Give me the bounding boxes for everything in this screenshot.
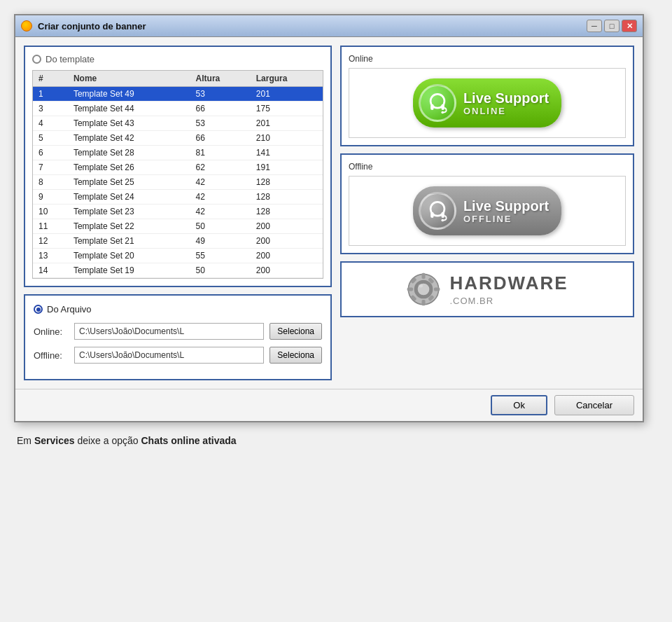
- offline-select-button[interactable]: Seleciona: [270, 347, 322, 364]
- cell-id: 11: [33, 219, 68, 234]
- online-select-button[interactable]: Seleciona: [270, 323, 322, 340]
- online-file-label: Online:: [34, 326, 69, 337]
- cell-width: 128: [251, 175, 323, 190]
- live-support-offline-button[interactable]: Live Support OFFLINE: [413, 186, 561, 235]
- window-title: Criar conjunto de banner: [38, 21, 581, 32]
- cell-name: Template Set 24: [68, 190, 190, 205]
- cell-height: 49: [190, 234, 251, 249]
- table-header: # Nome Altura Largura: [33, 71, 323, 87]
- col-name: Nome: [68, 71, 190, 87]
- svg-rect-1: [430, 104, 434, 110]
- table-row[interactable]: 1 Template Set 49 53 201: [33, 87, 323, 102]
- offline-main-text: Live Support: [463, 198, 549, 214]
- cell-id: 10: [33, 205, 68, 219]
- table-row[interactable]: 7 Template Set 26 62 191: [33, 160, 323, 175]
- offline-preview-label: Offline: [349, 162, 626, 172]
- window-icon: [21, 20, 32, 32]
- cancel-button[interactable]: Cancelar: [554, 395, 634, 415]
- svg-point-19: [419, 284, 424, 288]
- hardware-domain-text: .COM.BR: [449, 296, 568, 306]
- cell-id: 9: [33, 190, 68, 205]
- cell-width: 128: [251, 190, 323, 205]
- cell-name: Template Set 22: [68, 219, 190, 234]
- table-scroll[interactable]: # Nome Altura Largura 1 Template Set 49 …: [33, 71, 323, 278]
- hardware-gear-icon: [406, 272, 441, 307]
- bottom-caption: Em Services deixe a opção Chats online a…: [14, 435, 237, 446]
- cell-width: 201: [251, 116, 323, 131]
- file-section: Do Arquivo Online: Seleciona Offline: Se…: [24, 294, 332, 380]
- online-preview-box: Live Support ONLINE: [349, 68, 626, 138]
- svg-rect-12: [422, 300, 426, 305]
- template-table: # Nome Altura Largura 1 Template Set 49 …: [33, 71, 323, 278]
- offline-file-label: Offline:: [34, 350, 69, 361]
- file-radio-label: Do Arquivo: [47, 304, 92, 315]
- online-preview-section: Online: [340, 46, 634, 146]
- svg-point-7: [441, 219, 444, 222]
- offline-button-text: Live Support OFFLINE: [463, 198, 549, 224]
- offline-headset-icon: [419, 192, 456, 230]
- table-row[interactable]: 4 Template Set 43 53 201: [33, 116, 323, 131]
- offline-file-input[interactable]: [74, 347, 264, 364]
- cell-width: 191: [251, 160, 323, 175]
- cell-name: Template Set 42: [68, 131, 190, 146]
- right-panel: Online: [340, 46, 634, 380]
- online-file-row: Online: Seleciona: [34, 323, 322, 340]
- cell-name: Template Set 49: [68, 87, 190, 102]
- cell-height: 81: [190, 146, 251, 160]
- cell-width: 141: [251, 146, 323, 160]
- cell-width: 175: [251, 102, 323, 116]
- online-preview-label: Online: [349, 54, 626, 64]
- table-row[interactable]: 9 Template Set 24 42 128: [33, 190, 323, 205]
- col-id: #: [33, 71, 68, 87]
- template-radio[interactable]: [32, 55, 41, 64]
- table-row[interactable]: 11 Template Set 22 50 200: [33, 219, 323, 234]
- table-row[interactable]: 13 Template Set 20 55 200: [33, 249, 323, 263]
- offline-file-row: Offline: Seleciona: [34, 347, 322, 364]
- cell-width: 201: [251, 87, 323, 102]
- hardware-logo-section: HaRDWaRe .COM.BR: [340, 261, 634, 317]
- svg-rect-11: [422, 273, 426, 279]
- maximize-button[interactable]: □: [604, 20, 620, 32]
- online-main-text: Live Support: [463, 90, 549, 106]
- cell-name: Template Set 20: [68, 249, 190, 263]
- file-radio[interactable]: [34, 305, 43, 314]
- table-row[interactable]: 8 Template Set 25 42 128: [33, 175, 323, 190]
- cell-width: 210: [251, 131, 323, 146]
- template-table-container[interactable]: # Nome Altura Largura 1 Template Set 49 …: [32, 70, 323, 279]
- cell-width: 128: [251, 205, 323, 219]
- cell-name: Template Set 19: [68, 263, 190, 278]
- chats-bold: Chats online ativada: [141, 435, 236, 446]
- table-row[interactable]: 12 Template Set 21 49 200: [33, 234, 323, 249]
- file-radio-row[interactable]: Do Arquivo: [34, 304, 322, 315]
- table-row[interactable]: 5 Template Set 42 66 210: [33, 131, 323, 146]
- hardware-logo: HaRDWaRe .COM.BR: [406, 272, 568, 307]
- cell-id: 12: [33, 234, 68, 249]
- svg-rect-14: [434, 288, 440, 291]
- cell-width: 200: [251, 263, 323, 278]
- offline-preview-box: Live Support OFFLINE: [349, 176, 626, 246]
- cell-name: Template Set 26: [68, 160, 190, 175]
- main-window: Criar conjunto de banner ─ □ ✕ Do templa…: [14, 14, 644, 422]
- col-height: Altura: [190, 71, 251, 87]
- cell-id: 8: [33, 175, 68, 190]
- cell-id: 6: [33, 146, 68, 160]
- table-row[interactable]: 14 Template Set 19 50 200: [33, 263, 323, 278]
- svg-rect-2: [441, 104, 444, 110]
- close-button[interactable]: ✕: [622, 20, 637, 32]
- minimize-button[interactable]: ─: [587, 20, 602, 32]
- live-support-online-button[interactable]: Live Support ONLINE: [413, 78, 561, 127]
- template-panel: Do template # Nome Altura Largura: [24, 46, 332, 287]
- table-row[interactable]: 3 Template Set 44 66 175: [33, 102, 323, 116]
- svg-rect-13: [407, 288, 413, 291]
- table-row[interactable]: 6 Template Set 28 81 141: [33, 146, 323, 160]
- cell-height: 42: [190, 190, 251, 205]
- cell-width: 200: [251, 219, 323, 234]
- template-radio-row[interactable]: Do template: [32, 54, 323, 64]
- col-width: Largura: [251, 71, 323, 87]
- table-row[interactable]: 10 Template Set 23 42 128: [33, 205, 323, 219]
- title-bar: Criar conjunto de banner ─ □ ✕: [15, 15, 643, 37]
- cell-id: 7: [33, 160, 68, 175]
- online-file-input[interactable]: [74, 323, 264, 340]
- ok-button[interactable]: Ok: [491, 395, 547, 415]
- cell-height: 53: [190, 87, 251, 102]
